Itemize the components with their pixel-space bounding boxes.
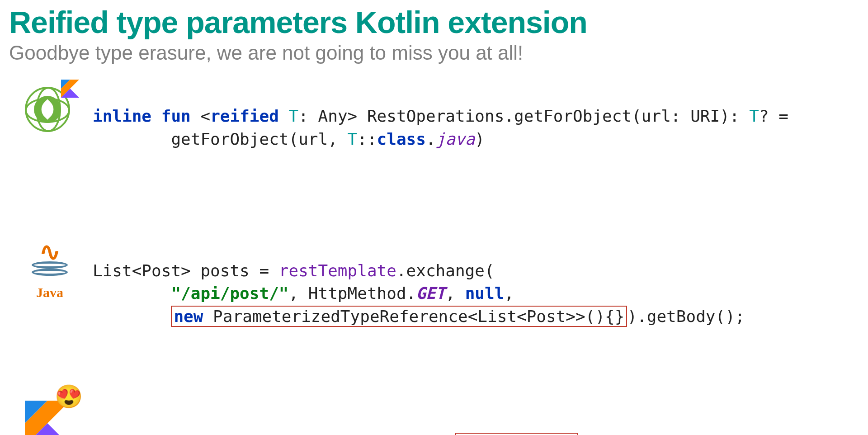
java-label: Java [25,285,75,300]
kotlin-icon: 😍 [25,387,79,435]
kw-new: new [174,307,203,326]
highlight-generic-type: <List<Post>> [455,433,578,435]
prop-java: java [436,130,475,148]
code-block-java: ∿ Java List<Post> posts = restTemplate.e… [25,237,859,351]
code-block-kotlin: 😍 val posts = restTemplate.getForObject<… [25,387,859,435]
code-kotlin: val posts = restTemplate.getForObject<Li… [93,387,859,435]
kotlin-icon [61,80,79,98]
slide-subtitle: Goodbye type erasure, we are not going t… [9,42,859,64]
slide-title: Reified type parameters Kotlin extension [9,5,859,40]
kw-fun: fun [161,107,191,125]
java-icon: ∿ Java [25,237,79,291]
field-restTemplate: restTemplate [279,261,396,280]
slide: Reified type parameters Kotlin extension… [0,0,868,435]
highlight-parameterized-type: new ParameterizedTypeReference<List<Post… [171,306,627,327]
kw-class: class [377,130,426,148]
spring-kotlin-icon [25,82,79,137]
string-api-post: "/api/post/" [171,284,288,303]
code-spring-kotlin: inline fun <reified T: Any> RestOperatio… [93,82,859,174]
code-block-spring-kotlin: inline fun <reified T: Any> RestOperatio… [25,82,859,174]
kw-null: null [465,284,505,303]
code-java: List<Post> posts = restTemplate.exchange… [93,237,859,351]
enum-GET: GET [416,284,445,303]
heart-eyes-icon: 😍 [55,383,83,410]
kw-reified: reified [210,107,279,125]
type-T: T [289,107,299,125]
kw-inline: inline [93,107,151,125]
